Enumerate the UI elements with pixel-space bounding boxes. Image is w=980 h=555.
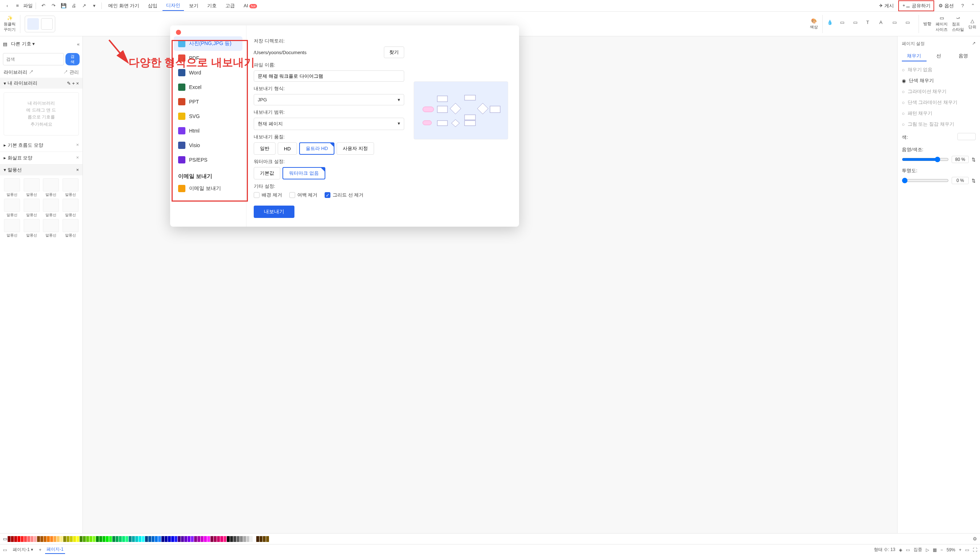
export-icon[interactable]: ↗ — [80, 2, 89, 10]
color-chip[interactable] — [50, 536, 53, 542]
fullscreen-icon[interactable]: ⛶ — [973, 547, 977, 552]
shape-item[interactable]: 말풍선 — [3, 178, 21, 197]
stepper-icon[interactable]: ⇅ — [972, 178, 976, 183]
tool-btn-2[interactable]: ▭ — [840, 19, 849, 28]
save-icon[interactable]: 💾 — [59, 2, 68, 10]
tool-btn-4[interactable]: T — [866, 19, 875, 28]
color-chip[interactable] — [122, 536, 125, 542]
stepper-icon[interactable]: ⇅ — [972, 157, 976, 162]
pagesize-button[interactable]: ▭ 페이지 사이즈 — [936, 15, 948, 32]
tint-value[interactable]: 80 % — [952, 156, 969, 163]
tab-ai[interactable]: AI hot — [240, 2, 260, 10]
fill-picture[interactable]: ○그림 또는 질감 채우기 — [902, 119, 976, 130]
collapse-sidebar-icon[interactable]: « — [77, 42, 80, 47]
export-button[interactable]: 내보내기 — [254, 205, 294, 218]
color-chip[interactable] — [197, 536, 200, 542]
theme-preset-1[interactable] — [27, 18, 39, 30]
color-chip[interactable] — [148, 536, 151, 542]
format-html[interactable]: Html — [174, 124, 243, 138]
color-chip[interactable] — [217, 536, 220, 542]
rp-tab-line[interactable]: 선 — [927, 51, 951, 61]
quality-custom[interactable]: 사용자 지정 — [336, 143, 374, 155]
color-chip[interactable] — [106, 536, 109, 542]
color-chip[interactable] — [37, 536, 40, 542]
check-remove-grid[interactable]: ✓그리드 선 제거 — [325, 192, 364, 198]
color-chip[interactable] — [168, 536, 171, 542]
color-chip[interactable] — [158, 536, 161, 542]
color-chip[interactable] — [66, 536, 69, 542]
format-pdf[interactable]: PDF — [174, 51, 243, 66]
color-chip[interactable] — [34, 536, 37, 542]
shape-item[interactable]: 말풍선 — [3, 199, 21, 218]
close-icon[interactable]: × — [76, 81, 79, 86]
shape-item[interactable]: 말풍선 — [3, 219, 21, 238]
search-input[interactable] — [3, 53, 64, 66]
color-chip[interactable] — [240, 536, 243, 542]
color-chip[interactable] — [142, 536, 145, 542]
quality-normal[interactable]: 일반 — [254, 143, 275, 155]
shape-item[interactable]: 말풍선 — [42, 178, 60, 197]
zoom-value[interactable]: 59% — [946, 547, 955, 552]
tab-symbol[interactable]: 기호 — [204, 1, 220, 11]
fill-gradient[interactable]: ○그라데이션 채우기 — [902, 86, 976, 97]
watermark-none[interactable]: 워터마크 없음 — [282, 167, 325, 180]
tab-advanced[interactable]: 고급 — [222, 1, 238, 11]
direction-button[interactable]: 방향 — [923, 21, 931, 27]
color-chip[interactable] — [47, 536, 50, 542]
color-chip[interactable] — [96, 536, 99, 542]
color-chip[interactable] — [27, 536, 30, 542]
watermark-default[interactable]: 기본값 — [254, 167, 280, 180]
color-chip[interactable] — [119, 536, 122, 542]
my-library-section[interactable]: ▾ 내 라이브러리 ✎ + × — [0, 78, 82, 89]
expand-icon[interactable]: ↗ — [972, 41, 976, 47]
check-remove-bg[interactable]: 배경 제거 — [254, 192, 282, 198]
close-icon[interactable]: × — [76, 142, 79, 149]
format-visio[interactable]: Visio — [174, 138, 243, 152]
color-chip[interactable] — [132, 536, 135, 542]
help-icon[interactable]: ? — [958, 2, 967, 10]
shape-item[interactable]: 말풍선 — [23, 178, 41, 197]
zoom-in-icon[interactable]: + — [959, 547, 961, 552]
tool-btn-7[interactable]: ▭ — [906, 19, 914, 28]
theme-box[interactable] — [25, 16, 55, 32]
grid-icon[interactable]: ▦ — [933, 547, 937, 552]
color-chip[interactable] — [230, 536, 233, 542]
lock-icon[interactable]: ▭ — [906, 547, 910, 552]
section-arrow[interactable]: ▸ 화살표 모양 × — [0, 152, 82, 165]
quality-ultra[interactable]: 울트라 HD — [299, 143, 335, 155]
check-remove-margin[interactable]: 여백 제거 — [290, 192, 318, 198]
color-chip[interactable] — [93, 536, 96, 542]
color-chip[interactable] — [184, 536, 187, 542]
format-pseps[interactable]: PS/EPS — [174, 152, 243, 167]
color-chip[interactable] — [8, 536, 11, 542]
page-tab[interactable]: 페이지-1 — [45, 545, 65, 554]
close-icon[interactable]: × — [76, 155, 79, 161]
close-icon[interactable]: × — [76, 167, 79, 173]
play-icon[interactable]: ▷ — [926, 547, 929, 552]
shape-item[interactable]: 말풍선 — [23, 199, 41, 218]
color-chip[interactable] — [194, 536, 197, 542]
color-chip[interactable] — [60, 536, 63, 542]
color-chip[interactable] — [256, 536, 259, 542]
shape-item[interactable]: 말풍선 — [23, 219, 41, 238]
canvas[interactable]: 사진(PNG,JPG 등) PDF Word Excel — [83, 36, 897, 533]
shape-item[interactable]: 말풍선 — [42, 219, 60, 238]
color-chip[interactable] — [80, 536, 82, 542]
unit-button[interactable]: △ 단위 — [969, 18, 976, 30]
redo-icon[interactable]: ↷ — [49, 2, 58, 10]
page-select[interactable]: 페이지-1 ▾ — [11, 546, 35, 553]
color-chip[interactable] — [165, 536, 167, 542]
color-chip[interactable] — [253, 536, 256, 542]
opacity-value[interactable]: 0 % — [952, 177, 969, 184]
oneclick-button[interactable]: ✨ 원클릭 꾸미기 — [4, 15, 16, 32]
color-chip[interactable] — [181, 536, 184, 542]
tab-design[interactable]: 디자인 — [163, 1, 184, 11]
color-chip[interactable] — [227, 536, 230, 542]
color-chip[interactable] — [70, 536, 73, 542]
publish-button[interactable]: ✈ 게시 — [876, 1, 897, 11]
symbol-category-select[interactable]: 다른 기호 ▾ — [10, 39, 75, 49]
color-chip[interactable] — [14, 536, 17, 542]
search-button[interactable]: 검색 — [66, 53, 80, 66]
color-chip[interactable] — [126, 536, 128, 542]
undo-icon[interactable]: ↶ — [39, 2, 48, 10]
